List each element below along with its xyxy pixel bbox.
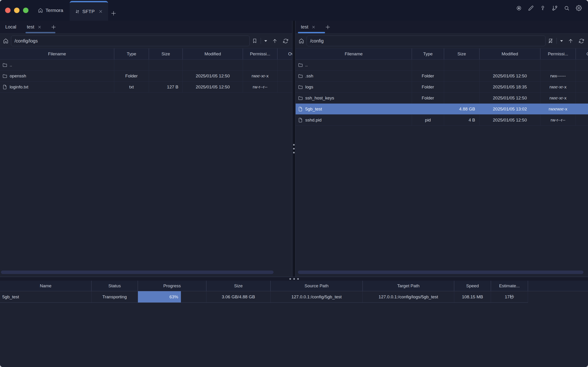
file-type: Folder <box>412 70 444 81</box>
file-size: 4 B <box>444 115 479 125</box>
file-modified: 2025/01/05 12:50 <box>183 70 243 81</box>
file-owner <box>277 59 292 70</box>
table-row[interactable]: openssh Folder 2025/01/05 12:50 rwxr-xr-… <box>0 70 292 82</box>
up-directory-icon[interactable] <box>568 38 573 44</box>
transfer-progress-bar: 63% <box>138 291 206 303</box>
add-pane-tab-button[interactable] <box>325 24 331 30</box>
column-header-owner[interactable]: Owner <box>277 49 292 59</box>
file-type: txt <box>114 82 149 92</box>
home-icon[interactable] <box>298 38 304 44</box>
bookmark-icon[interactable] <box>252 38 257 44</box>
chevron-down-icon[interactable] <box>264 40 267 42</box>
tab-local[interactable]: Local <box>5 24 16 30</box>
chevron-down-icon[interactable] <box>560 40 563 42</box>
traffic-lights <box>0 8 28 13</box>
tab-sftp[interactable]: SFTP <box>70 1 108 21</box>
file-owner <box>277 70 292 81</box>
column-header-permissions[interactable]: Permissi... <box>243 49 277 59</box>
file-modified: 2025/01/05 13:02 <box>479 104 540 114</box>
table-row[interactable]: ssh_host_keys Folder 2025/01/05 12:50 rw… <box>296 92 588 104</box>
up-directory-icon[interactable] <box>272 38 278 44</box>
column-header-filename[interactable]: Filename <box>0 49 114 59</box>
horizontal-scrollbar[interactable] <box>1 271 273 274</box>
folder-icon <box>2 74 7 79</box>
divider <box>556 38 557 44</box>
column-header-type[interactable]: Type <box>412 49 444 59</box>
add-pane-tab-button[interactable] <box>51 24 57 30</box>
tab-test-label: test <box>301 24 308 30</box>
column-header-permissions[interactable]: Permissi... <box>540 49 576 59</box>
table-row[interactable]: loginfo.txt txt 127 B 2025/01/05 12:50 r… <box>0 82 292 92</box>
transfer-panel-splitter[interactable] <box>0 277 588 281</box>
header-filler <box>528 281 588 291</box>
left-path-buttons <box>252 38 289 44</box>
column-header-target-path[interactable]: Target Path <box>363 281 454 291</box>
table-row-parent-dir[interactable]: .. <box>296 59 588 70</box>
column-header-size[interactable]: Size <box>444 49 479 59</box>
right-pathbar <box>296 33 588 48</box>
file-size <box>444 70 479 81</box>
pane-splitter[interactable] <box>292 21 296 277</box>
column-header-speed[interactable]: Speed <box>454 281 491 291</box>
left-file-table: Filename Type Size Modified Permissi... … <box>0 48 292 277</box>
transfer-size: 3.06 GB/4.88 GB <box>206 291 271 303</box>
record-icon[interactable] <box>516 5 522 11</box>
zoom-window-button[interactable] <box>23 8 28 13</box>
file-modified: 2025/01/05 12:50 <box>183 82 243 92</box>
table-row-selected[interactable]: 5gb_test 4.88 GB 2025/01/05 13:02 rwxrwx… <box>296 104 588 115</box>
right-file-table: Filename Type Size Modified Permissi... … <box>296 48 588 277</box>
tab-test-right[interactable]: test <box>301 24 315 30</box>
column-header-filename[interactable]: Filename <box>296 49 412 59</box>
file-icon <box>298 107 303 112</box>
table-row[interactable]: .ssh Folder 2025/01/05 12:50 rwx------ <box>296 70 588 82</box>
path-input[interactable] <box>307 36 545 46</box>
column-header-source-path[interactable]: Source Path <box>271 281 363 291</box>
new-tab-button[interactable] <box>110 10 117 17</box>
path-input[interactable] <box>11 36 250 46</box>
refresh-icon[interactable] <box>579 38 584 44</box>
close-tab-icon[interactable] <box>37 25 42 29</box>
column-header-estimate[interactable]: Estimate... <box>491 281 528 291</box>
file-owner <box>576 104 588 114</box>
close-window-button[interactable] <box>5 8 11 13</box>
column-header-modified[interactable]: Modified <box>479 49 540 59</box>
table-row[interactable]: logs Folder 2025/01/05 18:35 rwxr-xr-x <box>296 82 588 92</box>
column-header-status[interactable]: Status <box>92 281 138 291</box>
table-row[interactable]: sshd.pid pid 4 B 2025/01/05 12:50 rw-r--… <box>296 115 588 126</box>
column-header-size[interactable]: Size <box>206 281 271 291</box>
filename: .ssh <box>305 74 313 79</box>
column-header-owner[interactable]: Owner <box>576 49 588 59</box>
column-header-modified[interactable]: Modified <box>183 49 243 59</box>
transfer-table-header: Name Status Progress Size Source Path Ta… <box>0 281 588 291</box>
horizontal-scrollbar[interactable] <box>298 271 583 274</box>
file-modified <box>183 59 243 70</box>
bookmark-slash-icon[interactable] <box>548 38 553 44</box>
git-branch-icon[interactable] <box>552 5 558 11</box>
column-header-size[interactable]: Size <box>149 49 183 59</box>
minimize-window-button[interactable] <box>14 8 19 13</box>
refresh-icon[interactable] <box>283 38 289 44</box>
column-header-name[interactable]: Name <box>0 281 92 291</box>
home-icon[interactable] <box>3 38 9 44</box>
file-modified: 2025/01/05 18:35 <box>479 82 540 92</box>
column-header-progress[interactable]: Progress <box>138 281 206 291</box>
close-tab-icon[interactable] <box>98 9 103 14</box>
column-header-type[interactable]: Type <box>114 49 149 59</box>
left-pane-tabs: Local test <box>0 21 292 33</box>
table-row-parent-dir[interactable]: .. <box>0 59 292 70</box>
file-type <box>114 59 149 70</box>
filename: openssh <box>10 74 26 79</box>
close-tab-icon[interactable] <box>311 25 315 29</box>
file-owner <box>576 115 588 125</box>
table-empty-area <box>296 126 588 277</box>
home-icon <box>38 8 43 13</box>
settings-gear-icon[interactable] <box>576 5 582 11</box>
file-size <box>444 92 479 103</box>
search-icon[interactable] <box>564 5 570 11</box>
file-owner <box>576 70 588 81</box>
key-icon[interactable] <box>540 5 546 11</box>
edit-icon[interactable] <box>528 5 534 11</box>
tab-termora[interactable]: Termora <box>33 0 68 21</box>
transfer-row[interactable]: 5gb_test Transporting 63% 3.06 GB/4.88 G… <box>0 291 588 303</box>
tab-test-left[interactable]: test <box>27 24 42 30</box>
